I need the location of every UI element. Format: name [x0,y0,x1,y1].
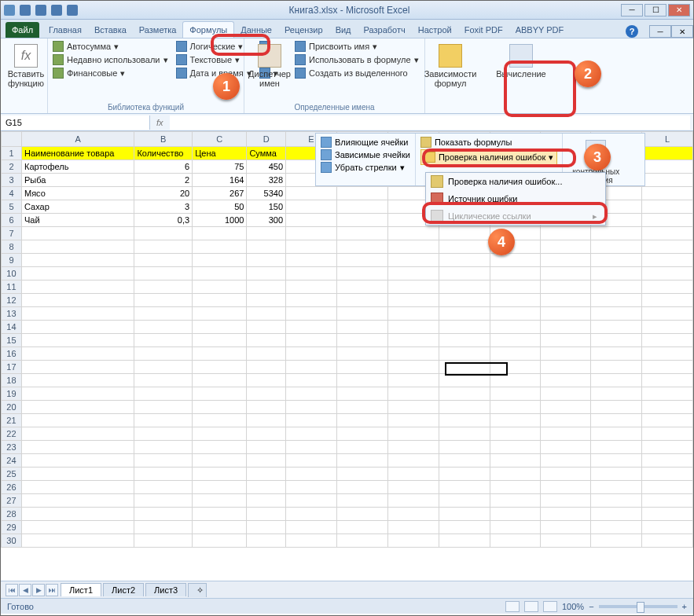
cell[interactable] [591,521,642,534]
cell[interactable] [336,294,387,307]
cell[interactable] [286,307,337,321]
cell[interactable] [540,294,590,307]
cell[interactable] [540,334,590,347]
cell[interactable] [439,267,490,280]
cell[interactable] [387,374,439,387]
row-header-14[interactable]: 14 [2,321,22,334]
cell[interactable] [286,227,337,240]
tab-настрой[interactable]: Настрой [412,22,458,38]
cell[interactable] [193,481,247,494]
cell[interactable] [134,414,193,427]
cell[interactable] [193,240,247,254]
cell[interactable] [193,521,247,534]
cell[interactable] [336,200,387,214]
sheet-nav-last[interactable]: ⏭ [46,584,58,596]
error-check-item[interactable]: Проверка наличия ошибок... [426,173,605,190]
cell[interactable] [490,374,540,387]
cell[interactable] [247,374,286,387]
cell[interactable] [642,508,693,521]
cell[interactable] [642,174,693,187]
cell[interactable] [21,294,134,307]
cell[interactable] [439,347,490,361]
cell[interactable] [336,508,387,521]
cell[interactable] [336,334,387,347]
cell[interactable] [387,534,439,548]
cell[interactable] [247,361,286,374]
cell[interactable] [336,521,387,534]
row-header-26[interactable]: 26 [2,481,22,494]
cell[interactable] [387,481,439,494]
cell[interactable] [247,534,286,548]
cell[interactable] [193,427,247,441]
cell[interactable] [21,334,134,347]
cell[interactable] [336,361,387,374]
cell[interactable] [286,441,337,454]
cell[interactable] [387,427,439,441]
tab-формулы[interactable]: Формулы [182,21,234,38]
cell[interactable] [540,427,590,441]
cell[interactable] [591,441,642,454]
sheet-tab-Лист3[interactable]: Лист3 [145,583,186,596]
cell[interactable] [247,267,286,280]
cell[interactable] [336,468,387,481]
sheet-tab-Лист1[interactable]: Лист1 [61,583,101,596]
cell[interactable] [286,521,337,534]
use-in-formula-button[interactable]: Использовать в формуле ▾ [295,54,419,65]
cell[interactable] [286,294,337,307]
col-header-C[interactable]: C [193,132,247,147]
cell[interactable] [642,441,693,454]
cell[interactable] [540,307,590,321]
cell[interactable] [193,294,247,307]
cell[interactable] [134,361,193,374]
cell[interactable] [286,534,337,548]
row-header-27[interactable]: 27 [2,494,22,508]
row-header-23[interactable]: 23 [2,441,22,454]
cell[interactable] [336,307,387,321]
cell[interactable] [540,387,590,401]
row-header-15[interactable]: 15 [2,334,22,347]
cell[interactable] [134,347,193,361]
cell[interactable] [490,508,540,521]
cell[interactable] [540,441,590,454]
cell[interactable]: 3 [134,200,193,214]
cell[interactable]: Мясо [21,187,134,200]
cell[interactable] [134,494,193,508]
cell[interactable] [21,374,134,387]
row-header-5[interactable]: 5 [2,200,22,214]
cell[interactable] [540,508,590,521]
cell[interactable] [21,321,134,334]
logical-button[interactable]: Логические ▾ [176,41,252,52]
cell[interactable] [591,414,642,427]
view-pagebreak-button[interactable] [543,601,557,612]
col-header-A[interactable]: A [21,132,134,147]
cell[interactable] [134,481,193,494]
cell[interactable] [540,374,590,387]
cell[interactable] [134,454,193,468]
trace-error-item[interactable]: Источник ошибки [426,190,605,207]
cell[interactable]: 1000 [193,214,247,227]
row-header-30[interactable]: 30 [2,534,22,548]
sheet-tab-Лист2[interactable]: Лист2 [103,583,144,596]
row-header-9[interactable]: 9 [2,254,22,267]
minimize-button[interactable]: ─ [621,4,643,16]
cell[interactable] [21,508,134,521]
cell[interactable] [387,334,439,347]
cell[interactable] [21,280,134,294]
name-manager-button[interactable]: Диспетчер имен [249,41,290,91]
cell[interactable] [247,401,286,414]
cell[interactable] [21,307,134,321]
cell[interactable] [591,481,642,494]
cell[interactable]: 450 [247,160,286,174]
cell[interactable] [591,240,642,254]
cell[interactable] [490,534,540,548]
row-header-25[interactable]: 25 [2,468,22,481]
cell[interactable] [490,307,540,321]
cell[interactable] [439,414,490,427]
cell[interactable] [642,307,693,321]
cell[interactable]: 267 [193,187,247,200]
cell[interactable] [591,494,642,508]
cell[interactable] [591,254,642,267]
cell[interactable] [193,321,247,334]
tab-разметка[interactable]: Разметка [133,22,183,38]
cell[interactable] [642,334,693,347]
